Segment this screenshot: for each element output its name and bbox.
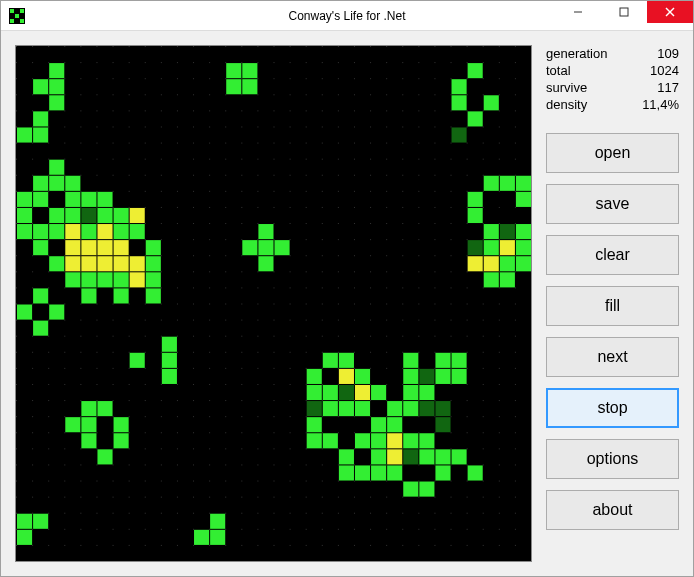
stat-value: 11,4% (642, 96, 679, 113)
window-controls (555, 1, 693, 30)
svg-rect-4 (10, 19, 14, 23)
maximize-button[interactable] (601, 1, 647, 23)
stop-button[interactable]: stop (546, 388, 679, 428)
stat-label: total (546, 62, 571, 79)
fill-button[interactable]: fill (546, 286, 679, 326)
titlebar: Conway's Life for .Net (1, 1, 693, 31)
about-button[interactable]: about (546, 490, 679, 530)
stats-panel: generation 109 total 1024 survive 117 de… (546, 45, 679, 113)
clear-button[interactable]: clear (546, 235, 679, 275)
stat-label: density (546, 96, 587, 113)
minimize-button[interactable] (555, 1, 601, 23)
close-button[interactable] (647, 1, 693, 23)
stat-total: total 1024 (546, 62, 679, 79)
stat-value: 117 (657, 79, 679, 96)
next-button[interactable]: next (546, 337, 679, 377)
open-button[interactable]: open (546, 133, 679, 173)
stat-label: survive (546, 79, 587, 96)
side-panel: generation 109 total 1024 survive 117 de… (546, 45, 679, 562)
svg-rect-7 (620, 8, 628, 16)
svg-rect-3 (20, 9, 24, 13)
stat-density: density 11,4% (546, 96, 679, 113)
app-icon (9, 8, 25, 24)
button-panel: open save clear fill next stop options a… (546, 133, 679, 530)
stat-survive: survive 117 (546, 79, 679, 96)
grid-canvas[interactable] (16, 46, 531, 561)
stat-value: 109 (657, 45, 679, 62)
content-area: generation 109 total 1024 survive 117 de… (1, 31, 693, 576)
stat-label: generation (546, 45, 607, 62)
stat-value: 1024 (650, 62, 679, 79)
app-window: Conway's Life for .Net generation 109 (0, 0, 694, 577)
life-grid[interactable] (15, 45, 532, 562)
svg-rect-2 (15, 14, 19, 18)
save-button[interactable]: save (546, 184, 679, 224)
svg-rect-1 (10, 9, 14, 13)
stat-generation: generation 109 (546, 45, 679, 62)
svg-rect-5 (20, 19, 24, 23)
options-button[interactable]: options (546, 439, 679, 479)
